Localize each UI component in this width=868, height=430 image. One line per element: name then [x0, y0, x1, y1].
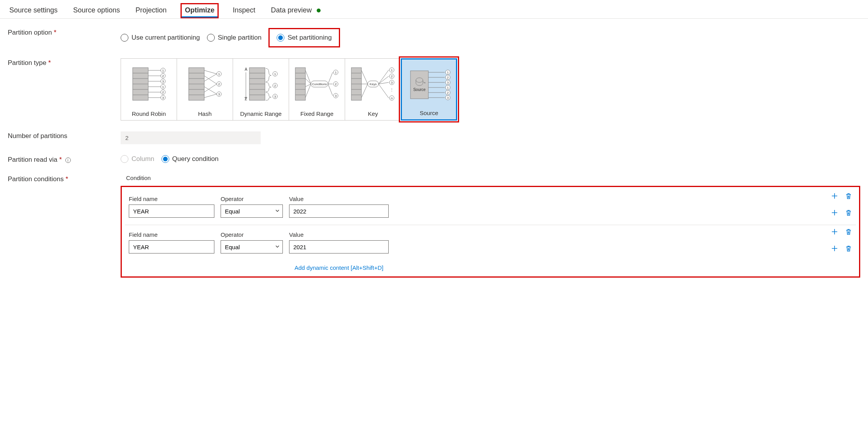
- condition-group: Field name Operator Value: [125, 189, 856, 225]
- ptype-fixed-range-icon: Conditions 1 2 3: [291, 63, 343, 105]
- required-asterisk: *: [65, 175, 68, 183]
- partition-option-group: Use current partitioning Single partitio…: [121, 28, 340, 47]
- label-num-partitions: Number of partitions: [8, 131, 121, 140]
- info-icon[interactable]: i: [65, 157, 71, 163]
- svg-text:3: 3: [391, 81, 393, 84]
- svg-text:3: 3: [447, 81, 449, 84]
- ptype-round-robin[interactable]: 1 2 3 1 2 3 Round Robin: [121, 58, 177, 121]
- conditions-container: Field name Operator Value: [121, 186, 860, 278]
- status-dot-icon: [317, 9, 321, 12]
- svg-text:2: 2: [447, 76, 449, 79]
- ptype-dynamic-range-icon: A Z 1 2 3: [235, 63, 287, 105]
- partition-type-group: 1 2 3 1 2 3 Round Robin: [121, 58, 457, 121]
- add-row-button[interactable]: [831, 245, 838, 252]
- svg-text:1: 1: [391, 68, 393, 72]
- svg-text:3: 3: [162, 96, 164, 100]
- operator-select[interactable]: [221, 205, 283, 218]
- svg-text:1: 1: [162, 85, 164, 89]
- ptype-key-label: Key: [347, 110, 399, 117]
- svg-text:2: 2: [162, 91, 164, 94]
- condition-group: Field name Operator Value: [125, 225, 856, 260]
- field-name-input[interactable]: [129, 205, 214, 218]
- label-partition-read-via: Partition read via * i: [8, 155, 121, 164]
- svg-line-33: [204, 87, 217, 94]
- label-partition-conditions: Partition conditions *: [8, 175, 121, 183]
- ptype-dynamic-range[interactable]: A Z 1 2 3 Dynamic Ra: [233, 58, 289, 121]
- add-row-button[interactable]: [831, 209, 838, 216]
- ptype-source[interactable]: Source 1 2 3 1 2 3 Source: [401, 58, 457, 121]
- num-partitions-input[interactable]: [121, 131, 261, 144]
- svg-line-93: [379, 84, 389, 98]
- radio-single-label: Single partition: [218, 34, 261, 42]
- svg-text:2: 2: [447, 91, 449, 94]
- svg-text:3: 3: [162, 80, 164, 83]
- svg-text:2: 2: [274, 84, 276, 87]
- svg-text:2: 2: [162, 74, 164, 78]
- svg-text:n: n: [391, 96, 392, 100]
- svg-line-90: [379, 70, 389, 84]
- svg-line-35: [204, 94, 217, 98]
- label-partition-read-via-text: Partition read via: [8, 156, 58, 163]
- svg-text:1: 1: [162, 69, 164, 72]
- svg-text:Conditions: Conditions: [312, 82, 327, 86]
- delete-row-button[interactable]: [845, 245, 852, 252]
- operator-select[interactable]: [221, 240, 283, 253]
- ptype-round-robin-label: Round Robin: [123, 110, 175, 117]
- delete-group-button[interactable]: [845, 228, 852, 235]
- ptype-hash-icon: 1 2 3: [179, 63, 231, 105]
- radio-single-partition[interactable]: Single partition: [207, 34, 261, 42]
- radio-query-condition-label: Query condition: [172, 155, 219, 163]
- tab-data-preview-label: Data preview: [271, 6, 312, 14]
- field-name-input[interactable]: [129, 240, 214, 253]
- svg-text:A: A: [245, 67, 247, 72]
- ptype-fixed-range[interactable]: Conditions 1 2 3 Fixed Range: [289, 58, 345, 121]
- ptype-key[interactable]: Keys 1 2 3 ⋮ n Key: [345, 58, 401, 121]
- svg-text:3: 3: [274, 95, 276, 98]
- svg-text:3: 3: [447, 96, 449, 100]
- svg-line-70: [328, 72, 333, 84]
- svg-text:2: 2: [335, 82, 337, 86]
- label-partition-type-text: Partition type: [8, 59, 46, 66]
- svg-line-67: [305, 84, 311, 98]
- svg-text:1: 1: [335, 71, 337, 74]
- ptype-hash-label: Hash: [179, 110, 231, 117]
- radio-set-partitioning[interactable]: Set partitioning: [268, 28, 340, 47]
- add-dynamic-content-link[interactable]: Add dynamic content [Alt+Shift+D]: [291, 264, 383, 271]
- tab-source-settings[interactable]: Source settings: [8, 3, 59, 18]
- svg-text:⋮: ⋮: [390, 87, 394, 92]
- field-name-label: Field name: [129, 196, 214, 202]
- condition-header: Condition: [121, 175, 860, 181]
- radio-column[interactable]: Column: [121, 155, 154, 163]
- svg-text:3: 3: [335, 94, 337, 98]
- tab-optimize[interactable]: Optimize: [181, 3, 219, 18]
- label-partition-conditions-text: Partition conditions: [8, 175, 64, 183]
- radio-set-label: Set partitioning: [288, 34, 331, 42]
- svg-line-65: [305, 79, 311, 84]
- read-via-group: Column Query condition: [121, 155, 219, 163]
- tab-source-options[interactable]: Source options: [72, 3, 121, 18]
- delete-row-button[interactable]: [845, 209, 852, 216]
- tab-bar: Source settings Source options Projectio…: [0, 0, 868, 19]
- svg-line-30: [204, 70, 217, 74]
- ptype-dynamic-range-label: Dynamic Range: [235, 110, 287, 117]
- tab-inspect[interactable]: Inspect: [231, 3, 257, 18]
- operator-label: Operator: [221, 196, 283, 202]
- svg-rect-103: [410, 71, 428, 99]
- tab-projection[interactable]: Projection: [134, 3, 168, 18]
- svg-line-87: [361, 84, 368, 98]
- operator-label: Operator: [221, 231, 283, 238]
- svg-line-64: [305, 70, 311, 84]
- tab-data-preview[interactable]: Data preview: [269, 3, 322, 18]
- radio-icon: [277, 34, 284, 42]
- radio-use-current[interactable]: Use current partitioning: [121, 34, 200, 42]
- ptype-source-label: Source: [403, 110, 454, 116]
- value-input[interactable]: [289, 205, 389, 218]
- delete-group-button[interactable]: [845, 192, 852, 199]
- svg-line-32: [204, 74, 217, 81]
- add-group-button[interactable]: [831, 192, 838, 199]
- ptype-hash[interactable]: 1 2 3 Hash: [177, 58, 233, 121]
- value-input[interactable]: [289, 240, 389, 253]
- radio-query-condition[interactable]: Query condition: [161, 155, 219, 163]
- add-group-button[interactable]: [831, 228, 838, 235]
- radio-icon: [121, 34, 128, 42]
